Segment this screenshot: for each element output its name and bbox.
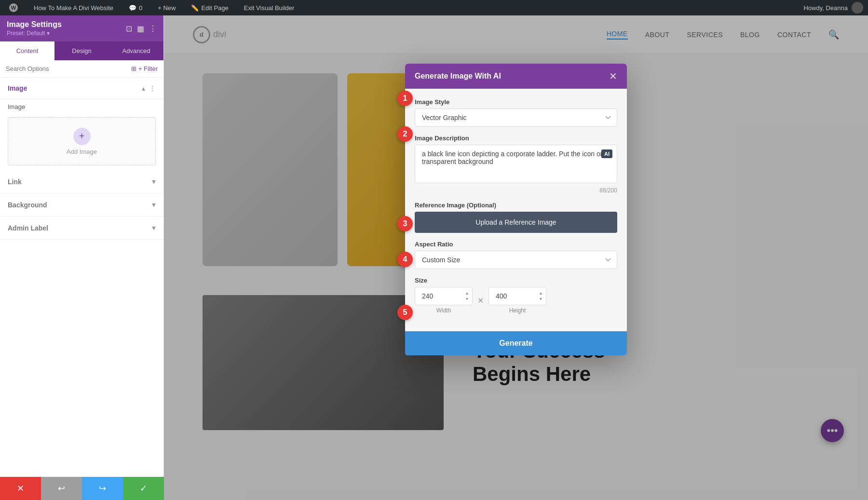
exit-builder-item[interactable]: Exit Visual Builder (240, 0, 298, 15)
height-label: Height (509, 307, 526, 314)
width-spinners: ▲ ▼ (463, 291, 471, 302)
modal-body: Image Style Vector Graphic Image Descrip… (405, 89, 627, 331)
aspect-ratio-select[interactable]: Custom Size (415, 251, 617, 269)
image-section-title: Image (8, 84, 27, 92)
new-label: + New (158, 4, 176, 12)
howdy-label: Howdy, Deanna (803, 4, 848, 12)
site-name-item[interactable]: How To Make A Divi Website (30, 0, 117, 15)
background-section-header[interactable]: Background ▾ (0, 193, 163, 216)
save-button[interactable]: ✓ (123, 477, 164, 500)
modal-header: Generate Image With AI ✕ (405, 64, 627, 89)
step-2-circle: 2 (397, 126, 413, 142)
width-input-group: ▲ ▼ Width (415, 287, 473, 314)
comment-bubble-icon: 💬 (129, 4, 136, 12)
reference-image-group: Reference Image (Optional) Upload a Refe… (415, 202, 617, 233)
image-style-group: Image Style Vector Graphic (415, 98, 617, 127)
upload-reference-button[interactable]: Upload a Reference Image (415, 212, 617, 233)
chevron-down-icon: ▾ (47, 30, 50, 37)
settings-icon[interactable]: ⊡ (126, 24, 132, 33)
filter-button[interactable]: ⊞ + Filter (131, 65, 158, 72)
image-section-header[interactable]: Image ▴ ⋮ (0, 78, 163, 99)
search-bar: ⊞ + Filter (0, 60, 163, 78)
image-description-group: Image Description a black line icon depi… (415, 135, 617, 194)
exit-builder-label: Exit Visual Builder (244, 4, 295, 12)
comments-count: 0 (139, 4, 142, 12)
height-spin-down[interactable]: ▼ (537, 297, 544, 302)
size-label: Size (415, 277, 617, 284)
admin-bar: W How To Make A Divi Website 💬 0 + New ✏… (0, 0, 868, 15)
link-section-header[interactable]: Link ▾ (0, 170, 163, 193)
reference-image-label: Reference Image (Optional) (415, 202, 617, 209)
height-spin-up[interactable]: ▲ (537, 291, 544, 296)
admin-label-section-title: Admin Label (8, 224, 48, 232)
size-row: ▲ ▼ Width ✕ (415, 287, 617, 314)
step-1-circle: 1 (397, 91, 413, 106)
char-count: 88/200 (415, 187, 617, 194)
background-section-title: Background (8, 201, 47, 209)
size-group: Size ▲ ▼ (415, 277, 617, 314)
svg-text:W: W (11, 5, 16, 11)
add-image-label: Add Image (67, 148, 97, 155)
layout-icon[interactable]: ▦ (137, 24, 144, 33)
page-canvas: d divi HOME ABOUT SERVICES BLOG CONTACT … (164, 15, 868, 500)
new-item[interactable]: + New (154, 0, 179, 15)
height-input-wrapper: ▲ ▼ (488, 287, 546, 305)
image-section: Image ▴ ⋮ Image + Add Image (0, 78, 163, 170)
sidebar: Image Settings Preset: Default ▾ ⊡ ▦ ⋮ C… (0, 15, 164, 500)
image-preview[interactable]: + Add Image (8, 117, 156, 165)
sidebar-tabs: Content Design Advanced (0, 41, 163, 60)
height-spinners: ▲ ▼ (537, 291, 544, 302)
link-section-title: Link (8, 178, 22, 186)
height-input-group: ▲ ▼ Height (488, 287, 546, 314)
width-spin-down[interactable]: ▼ (463, 297, 471, 302)
pencil-icon: ✏️ (191, 4, 199, 12)
image-style-label: Image Style (415, 98, 617, 106)
bottom-action-bar: ✕ ↩ ↪ ✓ (0, 477, 164, 500)
step-4-circle: 4 (397, 252, 413, 267)
filter-label: + Filter (138, 65, 158, 72)
generate-button[interactable]: Generate (405, 331, 627, 355)
chevron-up-icon: ▴ (142, 84, 145, 92)
tab-advanced[interactable]: Advanced (109, 41, 163, 60)
sidebar-preset[interactable]: Preset: Default ▾ (7, 30, 62, 37)
image-label: Image (0, 99, 163, 112)
aspect-ratio-label: Aspect Ratio (415, 241, 617, 248)
search-input[interactable] (6, 65, 127, 72)
generate-image-modal: Generate Image With AI ✕ Image Style Vec… (405, 64, 627, 355)
step-5-circle: 5 (397, 305, 413, 320)
filter-icon: ⊞ (131, 65, 136, 72)
edit-page-label: Edit Page (201, 4, 228, 12)
image-section-icons: ▴ ⋮ (142, 84, 156, 92)
site-name-label: How To Make A Divi Website (34, 4, 113, 12)
background-chevron-down-icon: ▾ (152, 200, 156, 209)
tab-content[interactable]: Content (0, 41, 54, 60)
sidebar-header-icons: ⊡ ▦ ⋮ (126, 24, 157, 33)
admin-bar-right: Howdy, Deanna (803, 2, 863, 14)
sidebar-header: Image Settings Preset: Default ▾ ⊡ ▦ ⋮ (0, 15, 163, 41)
avatar (852, 2, 863, 14)
sidebar-title: Image Settings (7, 20, 62, 29)
image-style-select[interactable]: Vector Graphic (415, 108, 617, 127)
admin-label-section-header[interactable]: Admin Label ▾ (0, 216, 163, 240)
admin-label-chevron-down-icon: ▾ (152, 223, 156, 232)
aspect-ratio-group: Aspect Ratio Custom Size (415, 241, 617, 269)
image-description-textarea[interactable]: a black line icon depicting a corporate … (415, 145, 617, 183)
cancel-button[interactable]: ✕ (0, 477, 41, 500)
undo-button[interactable]: ↩ (41, 477, 82, 500)
add-image-icon: + (73, 128, 91, 145)
link-chevron-down-icon: ▾ (152, 177, 156, 186)
redo-button[interactable]: ↪ (82, 477, 123, 500)
comments-item[interactable]: 💬 0 (125, 0, 146, 15)
step-3-circle: 3 (397, 216, 413, 231)
ai-badge: AI (601, 149, 612, 158)
wp-logo-item[interactable]: W (5, 0, 22, 15)
modal-close-button[interactable]: ✕ (609, 71, 617, 81)
section-more-icon: ⋮ (149, 84, 156, 92)
width-spin-up[interactable]: ▲ (463, 291, 471, 296)
edit-page-item[interactable]: ✏️ Edit Page (187, 0, 232, 15)
tab-design[interactable]: Design (54, 41, 109, 60)
modal-title: Generate Image With AI (415, 72, 501, 81)
more-icon[interactable]: ⋮ (149, 24, 157, 33)
size-x-separator: ✕ (477, 296, 484, 305)
modal-outer: 1 2 3 4 5 Generate Image With AI ✕ (405, 64, 627, 355)
